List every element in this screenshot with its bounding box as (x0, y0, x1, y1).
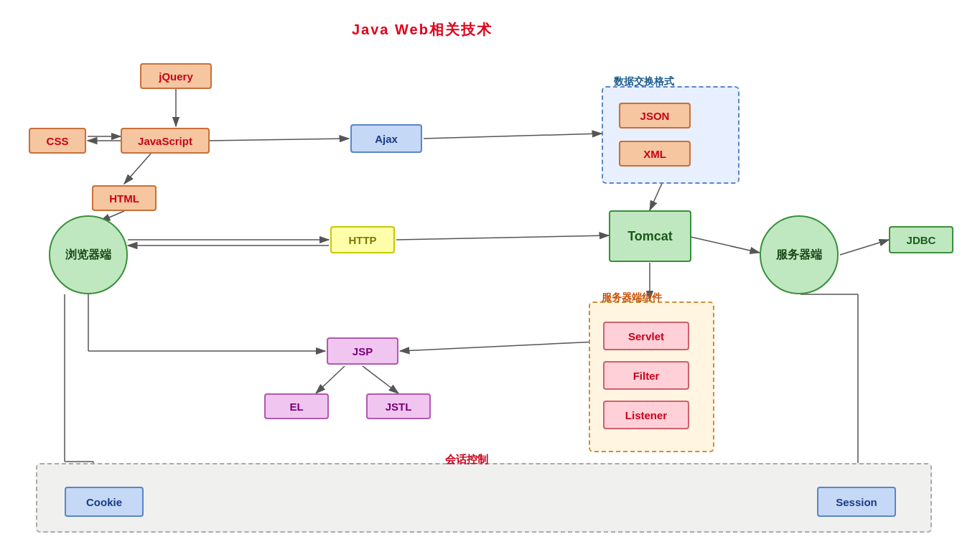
session-control-box (36, 463, 932, 533)
json-node: JSON (619, 103, 691, 128)
jquery-node: jQuery (140, 63, 212, 89)
data-exchange-label: 数据交换格式 (614, 75, 674, 88)
svg-line-14 (840, 240, 889, 255)
diagram: Java Web相关技术 (0, 0, 980, 547)
servlet-node: Servlet (603, 322, 689, 350)
ajax-node: Ajax (350, 124, 422, 153)
svg-line-12 (396, 235, 609, 240)
jstl-node: JSTL (366, 393, 431, 419)
svg-line-5 (208, 139, 349, 141)
cookie-node: Cookie (65, 487, 144, 517)
page-title: Java Web相关技术 (352, 20, 493, 39)
javascript-node: JavaScript (121, 128, 210, 154)
tomcat-node: Tomcat (609, 210, 691, 262)
session-control-label: 会话控制 (445, 453, 488, 467)
svg-line-20 (363, 366, 398, 393)
svg-line-18 (400, 341, 612, 351)
html-node: HTML (92, 185, 157, 211)
listener-node: Listener (603, 401, 689, 429)
svg-line-13 (691, 237, 760, 253)
browser-node: 浏览器端 (49, 215, 128, 294)
el-node: EL (264, 393, 329, 419)
svg-line-6 (424, 134, 602, 139)
filter-node: Filter (603, 361, 689, 390)
data-exchange-box (602, 86, 739, 184)
xml-node: XML (619, 141, 691, 167)
jdbc-node: JDBC (889, 226, 953, 253)
svg-line-9 (124, 154, 151, 184)
server-node: 服务器端 (760, 215, 839, 294)
css-node: CSS (29, 128, 86, 154)
http-node: HTTP (330, 226, 395, 253)
svg-line-19 (316, 366, 345, 393)
jsp-node: JSP (327, 337, 398, 365)
session-node: Session (817, 487, 896, 517)
server-components-label: 服务器端组件 (602, 291, 662, 304)
